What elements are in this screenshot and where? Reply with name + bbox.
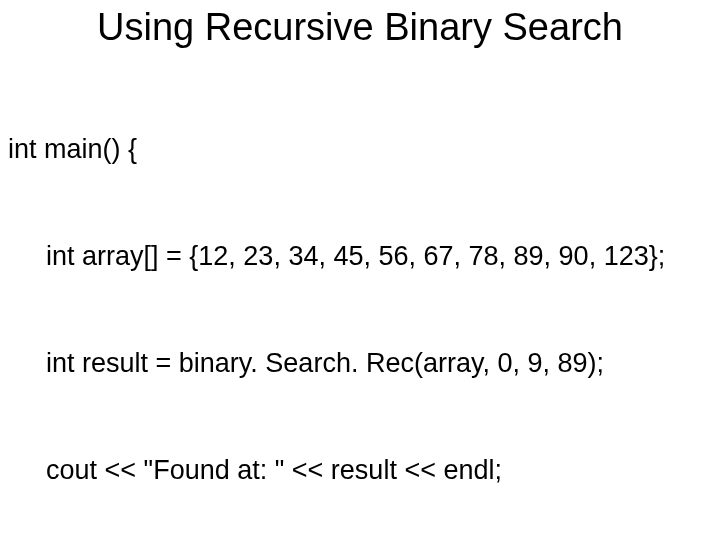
code-line: int result = binary. Search. Rec(array, … <box>8 346 712 382</box>
code-block: int main() { int array[] = {12, 23, 34, … <box>0 61 720 540</box>
code-line: int array[] = {12, 23, 34, 45, 56, 67, 7… <box>8 239 712 275</box>
slide-title: Using Recursive Binary Search <box>0 0 720 61</box>
code-line: cout << "Found at: " << result << endl; <box>8 453 712 489</box>
slide: Using Recursive Binary Search int main()… <box>0 0 720 540</box>
code-line: int main() { <box>8 132 712 168</box>
